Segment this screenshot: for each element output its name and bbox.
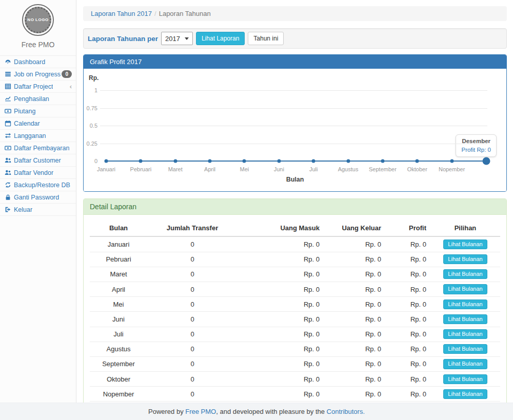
cell-pilihan: Lihat Bulanan	[430, 327, 500, 342]
cell-profit: Rp. 0	[385, 327, 430, 342]
sidebar-item-dashboard[interactable]: Dashboard	[0, 56, 76, 68]
view-monthly-button[interactable]: Lihat Bulanan	[443, 359, 487, 369]
cell-keluar: Rp. 0	[324, 252, 385, 267]
sidebar-item-piutang[interactable]: Piutang	[0, 105, 76, 117]
y-tick-label: 1	[84, 87, 97, 93]
table-row: September0Rp. 0Rp. 0Rp. 0Lihat Bulanan	[90, 356, 500, 371]
breadcrumb-link[interactable]: Laporan Tahun 2017	[91, 10, 152, 17]
breadcrumb-separator: /	[154, 10, 156, 17]
col-header-profit: Profit	[385, 220, 430, 236]
col-header-bulan: Bulan	[90, 220, 147, 236]
cell-keluar: Rp. 0	[324, 282, 385, 296]
cell-pilihan: Lihat Bulanan	[430, 267, 500, 282]
cell-transfer: 0	[147, 236, 238, 252]
logo-area: NO LOGO Free PMO	[0, 0, 76, 49]
dashboard-icon	[4, 58, 12, 65]
data-point-nopember[interactable]	[450, 159, 453, 163]
detail-panel-title: Detail Laporan	[84, 199, 506, 215]
sidebar-item-daftar-vendor[interactable]: Daftar Vendor	[0, 167, 76, 179]
table-row: April0Rp. 0Rp. 0Rp. 0Lihat Bulanan	[90, 282, 500, 296]
profit-chart-panel: Grafik Profit 2017 Rp. Bulan Desember Pr…	[83, 54, 507, 192]
view-monthly-button[interactable]: Lihat Bulanan	[443, 374, 487, 384]
view-monthly-button[interactable]: Lihat Bulanan	[443, 329, 487, 339]
free-pmo-link[interactable]: Free PMO	[185, 408, 216, 415]
contributors-link[interactable]: Contributors.	[327, 408, 365, 415]
cell-masuk: Rp. 0	[238, 312, 324, 327]
cell-masuk: Rp. 0	[238, 252, 324, 267]
x-axis-title: Bulan	[84, 176, 506, 183]
sidebar-item-calendar[interactable]: Calendar	[0, 117, 76, 130]
sidebar-item-backup-restore-db[interactable]: Backup/Restore DB	[0, 179, 76, 191]
data-point-september[interactable]	[381, 159, 384, 163]
cell-masuk: Rp. 0	[238, 267, 324, 282]
users-icon	[4, 169, 12, 176]
users-icon	[4, 157, 12, 164]
retweet-icon	[4, 132, 12, 139]
data-point-juli[interactable]	[312, 159, 315, 163]
this-year-button[interactable]: Tahun ini	[248, 32, 284, 45]
data-point-mei[interactable]	[243, 159, 246, 163]
cell-masuk: Rp. 0	[238, 372, 324, 387]
cell-pilihan: Lihat Bulanan	[430, 356, 500, 371]
cell-masuk: Rp. 0	[238, 387, 324, 402]
table-row: Agustus0Rp. 0Rp. 0Rp. 0Lihat Bulanan	[90, 342, 500, 356]
view-monthly-button[interactable]: Lihat Bulanan	[443, 254, 487, 264]
year-select[interactable]: 2017	[161, 32, 193, 45]
data-point-april[interactable]	[208, 159, 212, 163]
sidebar: NO LOGO Free PMO DashboardJob on Progres…	[0, 0, 76, 403]
y-tick-label: 0.25	[84, 141, 97, 147]
sidebar-item-daftar-customer[interactable]: Daftar Customer	[0, 154, 76, 167]
table-row: Pebruari0Rp. 0Rp. 0Rp. 0Lihat Bulanan	[90, 252, 500, 267]
sidebar-item-label: Dashboard	[14, 58, 45, 66]
cell-bulan: Maret	[90, 267, 147, 282]
view-monthly-button[interactable]: Lihat Bulanan	[443, 239, 487, 249]
sidebar-item-langganan[interactable]: Langganan	[0, 130, 76, 142]
data-point-januari[interactable]	[105, 159, 108, 163]
col-header-masuk: Uang Masuk	[238, 220, 324, 236]
tasks-icon	[4, 71, 12, 77]
cell-masuk: Rp. 0	[238, 297, 324, 312]
table-header-row: Bulan Jumlah Transfer Uang Masuk Uang Ke…	[90, 220, 500, 236]
view-report-button[interactable]: Lihat Laporan	[196, 32, 245, 45]
lock-icon	[4, 194, 12, 201]
table-row: Januari0Rp. 0Rp. 0Rp. 0Lihat Bulanan	[90, 236, 500, 252]
sidebar-item-daftar-pembayaran[interactable]: Daftar Pembayaran	[0, 142, 76, 154]
cell-bulan: Mei	[90, 297, 147, 312]
chart-tooltip: Desember Profit Rp: 0	[456, 134, 497, 157]
breadcrumb: Laporan Tahun 2017/Laporan Tahunan	[83, 6, 507, 21]
cell-profit: Rp. 0	[385, 312, 430, 327]
cell-keluar: Rp. 0	[324, 267, 385, 282]
view-monthly-button[interactable]: Lihat Bulanan	[443, 389, 487, 399]
data-point-oktober[interactable]	[416, 159, 419, 163]
data-point-agustus[interactable]	[346, 159, 350, 163]
no-logo-placeholder: NO LOGO	[25, 7, 51, 33]
view-monthly-button[interactable]: Lihat Bulanan	[443, 299, 487, 309]
cell-masuk: Rp. 0	[238, 236, 324, 252]
cell-transfer: 0	[147, 342, 238, 356]
cell-pilihan: Lihat Bulanan	[430, 387, 500, 402]
cell-masuk: Rp. 0	[238, 342, 324, 356]
cell-keluar: Rp. 0	[324, 387, 385, 402]
data-point-maret[interactable]	[173, 159, 177, 163]
x-tick-label: Nopember	[431, 166, 472, 172]
view-monthly-button[interactable]: Lihat Bulanan	[443, 314, 487, 324]
sidebar-item-job-on-progress[interactable]: Job on Progress0	[0, 68, 76, 81]
sidebar-item-keluar[interactable]: Keluar	[0, 204, 76, 216]
sidebar-item-label: Job on Progress	[14, 71, 61, 78]
sidebar-item-penghasilan[interactable]: Penghasilan	[0, 93, 76, 105]
data-point-desember[interactable]	[483, 157, 490, 165]
view-monthly-button[interactable]: Lihat Bulanan	[443, 344, 487, 354]
sidebar-item-label: Piutang	[14, 108, 35, 115]
sidebar-item-label: Daftar Vendor	[14, 169, 53, 176]
detail-panel-body: Bulan Jumlah Transfer Uang Masuk Uang Ke…	[84, 215, 506, 420]
cell-profit: Rp. 0	[385, 372, 430, 387]
cell-bulan: Januari	[90, 236, 147, 252]
data-point-pebruari[interactable]	[139, 159, 143, 163]
sidebar-item-daftar-project[interactable]: Daftar Project‹	[0, 81, 76, 93]
sidebar-item-ganti-password[interactable]: Ganti Password	[0, 191, 76, 204]
view-monthly-button[interactable]: Lihat Bulanan	[443, 269, 487, 279]
view-monthly-button[interactable]: Lihat Bulanan	[443, 284, 487, 294]
count-badge: 0	[62, 70, 72, 78]
cell-keluar: Rp. 0	[324, 312, 385, 327]
data-point-juni[interactable]	[277, 159, 281, 163]
